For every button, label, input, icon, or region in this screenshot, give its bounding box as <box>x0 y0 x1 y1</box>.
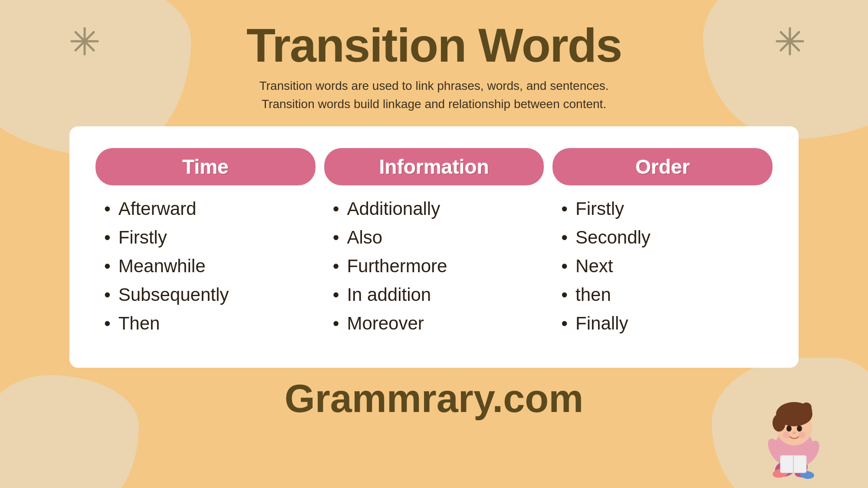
content-wrapper: Transition Words Transition words are us… <box>0 0 868 488</box>
pill-information-label: Information <box>379 155 489 178</box>
list-item: Meanwhile <box>104 256 316 277</box>
list-item: Firstly <box>561 198 773 219</box>
list-item: Secondly <box>561 227 773 248</box>
columns: Time Afterward Firstly Meanwhile Subsequ… <box>95 148 773 342</box>
reading-girl-illustration <box>755 388 842 475</box>
list-item: Next <box>561 256 773 277</box>
deco-star-left <box>69 26 100 62</box>
pill-time-label: Time <box>182 155 229 178</box>
list-item: Furthermore <box>333 256 544 277</box>
pill-order: Order <box>552 148 773 185</box>
list-item: In addition <box>333 284 544 305</box>
list-item: Then <box>104 313 316 334</box>
information-word-list: Additionally Also Furthermore In additio… <box>324 198 544 342</box>
page-title: Transition Words <box>247 17 621 73</box>
svg-point-24 <box>797 425 802 432</box>
list-item: Also <box>333 227 544 248</box>
order-word-list: Firstly Secondly Next then Finally <box>552 198 773 342</box>
pill-information: Information <box>324 148 544 185</box>
pill-time: Time <box>95 148 316 185</box>
footer-brand: Grammrary.com <box>285 376 584 421</box>
page-subtitle: Transition words are used to link phrase… <box>259 77 608 113</box>
deco-star-right <box>775 26 805 62</box>
list-item: Firstly <box>104 227 316 248</box>
svg-point-26 <box>783 432 790 439</box>
svg-point-22 <box>801 402 812 413</box>
list-item: Additionally <box>333 198 544 219</box>
list-item: Moreover <box>333 313 544 334</box>
column-order: Order Firstly Secondly Next then Finally <box>552 148 773 342</box>
subtitle-line1: Transition words are used to link phrase… <box>259 79 608 92</box>
pill-order-label: Order <box>635 155 690 178</box>
main-card: Time Afterward Firstly Meanwhile Subsequ… <box>69 126 799 368</box>
svg-point-19 <box>773 414 786 432</box>
list-item: Subsequently <box>104 284 316 305</box>
time-word-list: Afterward Firstly Meanwhile Subsequently… <box>95 198 316 342</box>
svg-point-20 <box>789 407 799 417</box>
list-item: Finally <box>561 313 773 334</box>
reading-girl-svg <box>755 388 842 479</box>
subtitle-line2: Transition words build linkage and relat… <box>262 97 606 111</box>
svg-point-25 <box>792 432 796 434</box>
column-time: Time Afterward Firstly Meanwhile Subsequ… <box>95 148 316 342</box>
column-information: Information Additionally Also Furthermor… <box>324 148 544 342</box>
list-item: then <box>561 284 773 305</box>
svg-point-27 <box>799 432 806 439</box>
list-item: Afterward <box>104 198 316 219</box>
svg-point-23 <box>786 425 792 432</box>
